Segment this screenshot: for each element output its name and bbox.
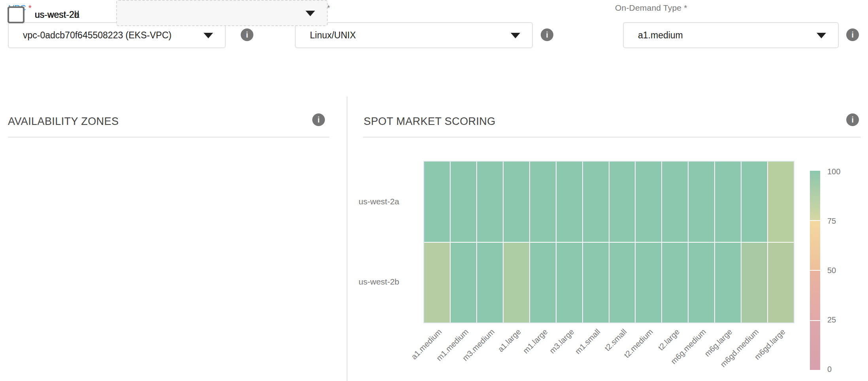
chevron-down-icon [817,33,826,38]
heatmap-cell-us-west-2a-m6g.medium [689,162,714,242]
x-tick-label-a1.medium: a1.medium [409,327,443,361]
chevron-down-icon [306,11,315,16]
on-demand-type-label: On-Demand Type* [615,3,687,13]
x-tick-label-m6gd.large: m6gd.large [753,327,787,362]
colorbar-tick-label-50: 50 [827,266,836,275]
colorbar-tick-label-75: 75 [827,217,836,226]
zone-checkbox-us-west-2d[interactable] [8,6,25,23]
heatmap-cell-us-west-2b-m3.large [557,243,582,323]
heatmap-cell-us-west-2b-m6gd.medium [742,243,767,323]
x-tick-label-m6g.large: m6g.large [703,327,734,358]
colorbar-tick-label-100: 100 [827,167,840,176]
heatmap-cell-us-west-2a-m1.small [583,162,609,242]
zone-label-us-west-2d: us-west-2d [35,0,79,29]
x-tick-label-m6g.medium: m6g.medium [669,327,708,366]
on-demand-type-required-asterisk: * [684,3,687,12]
x-tick-label-m3.large: m3.large [547,327,576,355]
x-tick-label-m6gd.medium: m6gd.medium [719,327,760,369]
x-tick-label-m3.medium: m3.medium [461,327,496,363]
spot-scoring-heatmap [424,162,794,323]
spot-market-scoring-divider [363,137,861,138]
colorbar-segment-3 [810,321,820,370]
heatmap-cell-us-west-2a-t2.large [662,162,688,242]
heatmap-cell-us-west-2b-m6g.medium [689,243,714,323]
heatmap-cell-us-west-2a-m1.medium [451,162,476,242]
heatmap-cell-us-west-2a-m6gd.medium [742,162,767,242]
y-tick-label-us-west-2b: us-west-2b [320,277,399,287]
heatmap-cell-us-west-2a-m3.large [557,162,582,242]
heatmap-cell-us-west-2a-a1.medium [424,162,450,242]
colorbar-segment-1 [810,221,820,270]
heatmap-cell-us-west-2b-m1.large [530,243,556,323]
availability-zones-divider [8,137,329,138]
heatmap-cell-us-west-2a-m6g.large [715,162,741,242]
x-tick-label-m1.small: m1.small [574,327,602,356]
product-info-icon[interactable]: i [541,28,553,41]
on-demand-type-select-value: a1.medium [638,23,683,47]
heatmap-cell-us-west-2b-a1.large [504,243,529,323]
heatmap-cell-us-west-2a-t2.small [609,162,635,242]
heatmap-cell-us-west-2b-t2.medium [636,243,661,323]
heatmap-cell-us-west-2a-t2.medium [636,162,661,242]
x-tick-label-t2.medium: t2.medium [623,327,655,360]
chevron-down-icon [204,33,213,38]
heatmap-cell-us-west-2b-m6gd.large [768,243,794,323]
heatmap-cell-us-west-2b-t2.large [662,243,688,323]
on-demand-type-info-icon[interactable]: i [846,28,859,41]
y-tick-label-us-west-2a: us-west-2a [320,197,399,206]
availability-zones-title: AVAILABILITY ZONES [8,115,119,128]
heatmap-cell-us-west-2b-m1.small [583,243,609,323]
spot-market-scoring-info-icon[interactable]: i [846,113,859,126]
colorbar-segment-0 [810,171,820,220]
on-demand-type-label-text: On-Demand Type [615,3,681,12]
spot-market-config-page: VPC* vpc-0adcb70f645508223 (EKS-VPC) i P… [0,0,868,381]
colorbar-tick-label-25: 25 [827,315,836,324]
score-colorbar [810,171,820,370]
x-tick-label-m1.large: m1.large [521,327,549,355]
heatmap-cell-us-west-2a-a1.large [504,162,529,242]
spot-market-scoring-title: SPOT MARKET SCORING [364,115,496,128]
x-tick-label-m1.medium: m1.medium [434,327,470,363]
chevron-down-icon [511,33,520,38]
x-tick-label-a1.large: a1.large [496,327,523,354]
heatmap-cell-us-west-2a-m1.large [530,162,556,242]
heatmap-cell-us-west-2b-t2.small [609,243,635,323]
x-tick-label-t2.small: t2.small [603,327,628,353]
az-row-us-west-2d: us-west-2d [0,0,347,29]
x-tick-label-t2.large: t2.large [656,327,681,352]
availability-zones-info-icon[interactable]: i [312,113,325,126]
colorbar-segment-2 [810,271,820,320]
heatmap-frame [423,161,794,323]
vpc-info-icon[interactable]: i [241,28,253,41]
heatmap-cell-us-west-2b-m1.medium [451,243,476,323]
colorbar-tick-label-0: 0 [827,365,832,374]
heatmap-cell-us-west-2b-m6g.large [715,243,741,323]
on-demand-type-select[interactable]: a1.medium [623,22,839,48]
heatmap-cell-us-west-2a-m3.medium [477,162,503,242]
heatmap-cell-us-west-2b-m3.medium [477,243,503,323]
section-divider [347,96,347,381]
heatmap-cell-us-west-2a-m6gd.large [768,162,794,242]
heatmap-cell-us-west-2b-a1.medium [424,243,450,323]
subnet-select-us-west-2d[interactable] [116,0,328,26]
